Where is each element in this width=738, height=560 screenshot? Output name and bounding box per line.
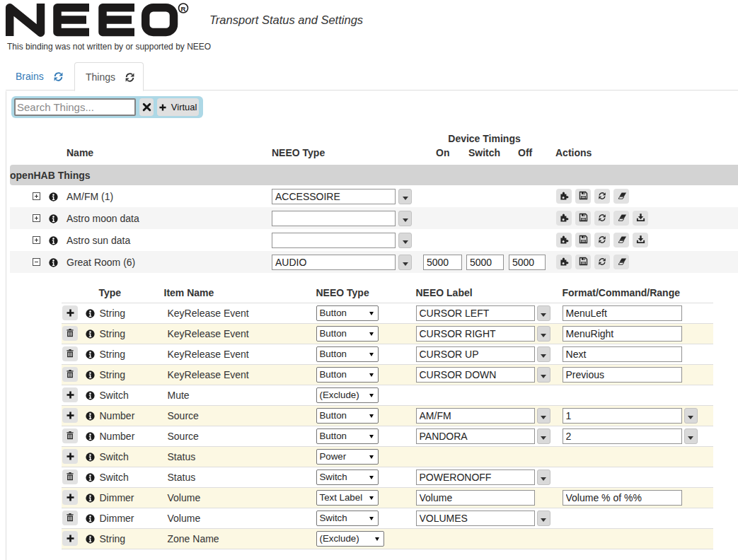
svg-text:R: R [181,5,186,13]
